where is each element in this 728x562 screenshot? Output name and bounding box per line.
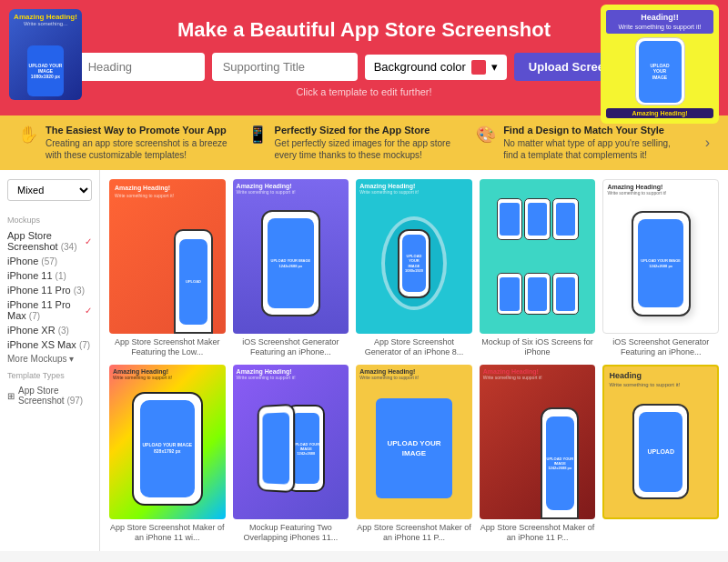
feature-title-0: The Easiest Way to Promote Your App — [46, 125, 229, 135]
palette-icon: 🎨 — [476, 125, 496, 145]
card10-phone: UPLOAD — [639, 412, 682, 492]
gallery-item-1[interactable]: Amazing Heading! Write something to supp… — [109, 179, 226, 357]
sidebar-type-app-store[interactable]: ⊞ App Store Screenshot (97) — [7, 384, 92, 407]
main-content: Mixed Mockups App Store Screenshot (34) … — [0, 170, 728, 551]
gallery-item-7[interactable]: Amazing Heading! Write something to supp… — [233, 365, 349, 543]
card10-heading: Heading — [609, 371, 642, 380]
card7-phone: UPLOAD YOUR IMAGE 1242x2688 — [292, 413, 319, 484]
card8-upload: UPLOAD YOUR IMAGE — [376, 398, 452, 498]
card3-heading: Amazing Heading! — [359, 183, 415, 189]
preview-left-sub: Write something... — [13, 21, 78, 26]
header-preview-right: Heading!! Write something to support it!… — [601, 5, 719, 124]
mockups-section-title: Mockups — [7, 216, 92, 225]
preview-right-phone-screen: UPLOADYOURIMAGE — [639, 41, 682, 103]
chevron-down-icon: ▾ — [491, 60, 498, 74]
hand-icon: ✋ — [18, 125, 38, 145]
gallery-item-3[interactable]: Amazing Heading! Write something to supp… — [356, 179, 472, 357]
feature-item-2: 🎨 Find a Design to Match Your Style No m… — [476, 125, 687, 161]
card3-sub: Write something to support it! — [359, 189, 419, 195]
feature-title-1: Perfectly Sized for the App Store — [275, 125, 459, 135]
gallery-item-8[interactable]: Amazing Heading! Write something to supp… — [356, 365, 472, 543]
features-bar: ✋ The Easiest Way to Promote Your App Cr… — [0, 115, 728, 170]
card1-sub: Write something to support it! — [115, 193, 174, 198]
card2-heading: Amazing Heading! — [237, 183, 292, 189]
feature-desc-1: Get perfectly sized images for the app s… — [275, 137, 459, 161]
template-types-title: Template Types — [7, 371, 92, 380]
feature-item-1: 📱 Perfectly Sized for the App Store Get … — [248, 125, 459, 161]
gallery-item-5[interactable]: Amazing Heading! Write something to supp… — [602, 179, 719, 357]
card8-caption: App Store Screenshot Maker of an iPhone … — [356, 523, 472, 543]
sidebar: Mixed Mockups App Store Screenshot (34) … — [0, 170, 100, 551]
supporting-title-input[interactable] — [212, 53, 358, 81]
preview-left-heading: Amazing Heading! — [13, 13, 78, 21]
card1-heading: Amazing Heading! — [115, 185, 170, 191]
sidebar-item-iphone11pro[interactable]: iPhone 11 Pro (3) — [7, 283, 92, 297]
card7-heading: Amazing Heading! — [237, 368, 292, 375]
card1-caption: App Store Screenshot Maker Featuring the… — [109, 337, 226, 357]
features-chevron-icon[interactable]: › — [705, 135, 710, 151]
card9-caption: App Store Screenshot Maker of an iPhone … — [480, 523, 596, 543]
card9-heading: Amazing Heading! — [483, 368, 539, 375]
gallery-item-6[interactable]: Amazing Heading! Write something to supp… — [109, 365, 226, 543]
background-color-select[interactable]: Background color ▾ — [365, 55, 507, 80]
card9-phone: UPLOAD YOUR IMAGE 1242x2688 px — [546, 416, 574, 510]
card2-caption: iOS Screenshot Generator Featuring an iP… — [233, 337, 349, 357]
sidebar-item-iphone11promax[interactable]: iPhone 11 Pro Max (7) ✓ — [7, 297, 92, 323]
sidebar-item-iphone11[interactable]: iPhone 11 (1) — [7, 268, 92, 283]
page-header: Amazing Heading! Write something... UPLO… — [0, 0, 728, 115]
header-preview-left: Amazing Heading! Write something... UPLO… — [9, 9, 82, 100]
card2-phone: UPLOAD YOUR IMAGE 1242x2688 px — [268, 218, 314, 308]
preview-right-heading: Heading!! Write something to support it! — [606, 10, 713, 34]
gallery-item-4[interactable]: Mockup of Six iOS Screens for iPhone — [480, 179, 596, 357]
check-icon-2: ✓ — [85, 306, 92, 316]
card1-phone: UPLOAD — [179, 239, 207, 325]
filter-dropdown[interactable]: Mixed — [7, 179, 92, 201]
card3-caption: App Store Screenshot Generator of an iPh… — [356, 337, 472, 357]
bg-label: Background color — [374, 60, 466, 74]
sidebar-item-iphone[interactable]: iPhone (57) — [7, 254, 92, 268]
feature-title-2: Find a Design to Match Your Style — [503, 125, 687, 135]
gallery: Amazing Heading! Write something to supp… — [100, 170, 728, 551]
preview-right-bottom: Amazing Heading! — [606, 108, 713, 118]
sidebar-item-app-store-screenshot[interactable]: App Store Screenshot (34) ✓ — [7, 228, 92, 254]
card10-sub: Write something to support it! — [609, 382, 680, 387]
card5-phone: UPLOAD YOUR IMAGE 1242x2688 px — [638, 219, 683, 308]
card2-sub: Write something to support it! — [237, 189, 296, 195]
card6-phone: UPLOAD YOUR IMAGE 828x1792 px — [140, 400, 195, 497]
card5-heading: Amazing Heading! — [607, 184, 662, 190]
card3-phone: UPLOAD YOUR IMAGE 1080x1920 — [402, 235, 425, 292]
card8-sub: Write something to support it! — [359, 375, 419, 380]
feature-item-0: ✋ The Easiest Way to Promote Your App Cr… — [18, 125, 229, 161]
more-mockups-toggle[interactable]: More Mockups ▾ — [7, 352, 92, 366]
card6-heading: Amazing Heading! — [113, 368, 168, 375]
feature-desc-2: No matter what type of app you're sellin… — [503, 137, 687, 161]
card6-sub: Write something to support it! — [113, 375, 172, 380]
preview-left-upload: UPLOAD YOUR IMAGE 1080x1920 px — [27, 63, 64, 79]
feature-desc-0: Creating an app store screenshot is a br… — [46, 137, 229, 161]
check-icon: ✓ — [85, 236, 92, 246]
card8-heading: Amazing Heading! — [359, 368, 415, 375]
card6-caption: App Store Screenshot Maker of an iPhone … — [109, 523, 226, 543]
gallery-item-2[interactable]: Amazing Heading! Write something to supp… — [233, 179, 349, 357]
phone-icon: 📱 — [248, 125, 268, 145]
card9-sub: Write something to support it! — [483, 375, 542, 380]
gallery-item-10[interactable]: Heading Write something to support it! U… — [602, 365, 719, 543]
sidebar-item-iphonexsmax[interactable]: iPhone XS Max (7) — [7, 337, 92, 352]
card5-caption: iOS Screenshot Generator Featuring an iP… — [602, 337, 719, 357]
card7-sub: Write something to support it! — [237, 375, 296, 380]
card7-caption: Mockup Featuring Two Overlapping iPhones… — [233, 523, 349, 543]
card4-caption: Mockup of Six iOS Screens for iPhone — [480, 337, 596, 357]
heading-input[interactable] — [77, 53, 205, 81]
gallery-item-9[interactable]: Amazing Heading! Write something to supp… — [480, 365, 596, 543]
sidebar-item-iphonexr[interactable]: iPhone XR (3) — [7, 323, 92, 337]
card5-sub: Write something to support it! — [607, 190, 666, 196]
color-swatch — [471, 60, 486, 75]
